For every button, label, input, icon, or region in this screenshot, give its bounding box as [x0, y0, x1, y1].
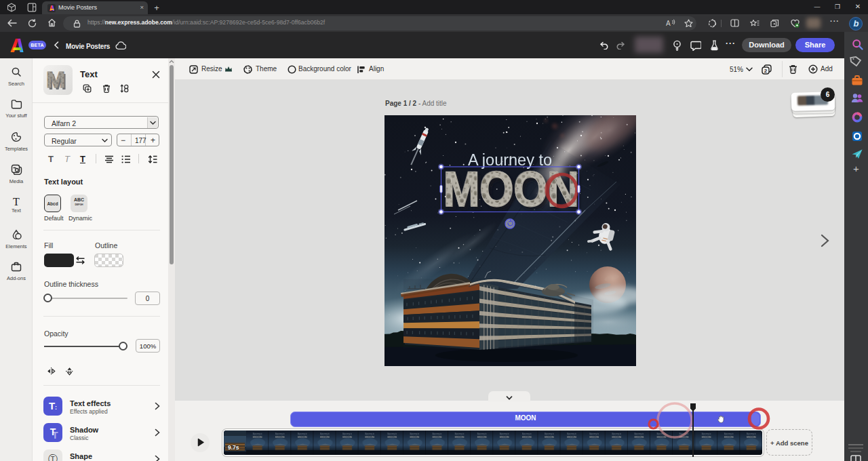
svg-text:2: 2: [764, 68, 768, 74]
svg-text:M: M: [46, 66, 65, 92]
svg-text:A: A: [666, 20, 671, 27]
